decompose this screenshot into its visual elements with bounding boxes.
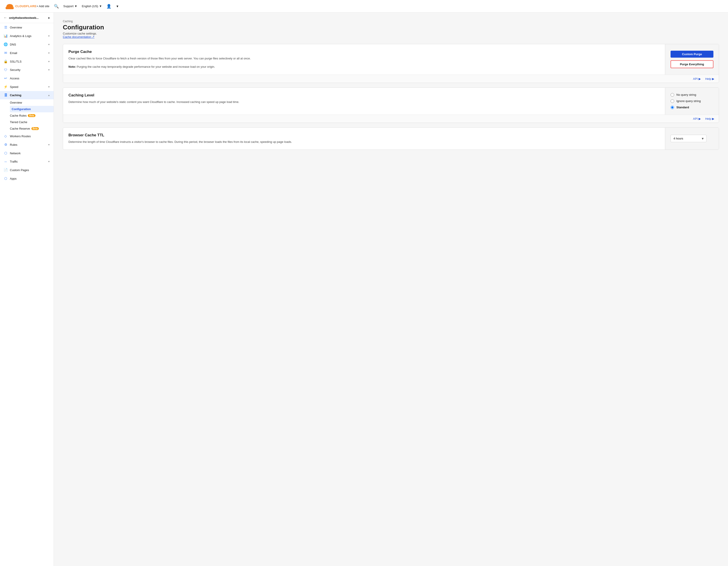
sidebar-item-access[interactable]: ↩ Access — [0, 74, 54, 83]
chevron-down-icon: ▼ — [48, 160, 50, 163]
chevron-down-icon: ▼ — [48, 144, 50, 146]
purge-cache-note: Note: Purging the cache may temporarily … — [68, 65, 660, 69]
cache-documentation-link[interactable]: Cache documentation ↗ — [63, 35, 94, 39]
svg-rect-4 — [6, 7, 14, 9]
caching-level-title: Caching Level — [68, 93, 660, 98]
sidebar-item-apps[interactable]: ⬡ Apps — [0, 174, 54, 183]
caching-level-radio-group: No query string Ignore query string Stan… — [671, 93, 701, 109]
purge-cache-title: Purge Cache — [68, 50, 660, 54]
apps-icon: ⬡ — [4, 177, 8, 181]
cf-cloud-icon — [5, 3, 14, 9]
browser-cache-ttl-select[interactable]: 30 minutes 1 hour 2 hours 4 hours 8 hour… — [671, 135, 706, 142]
sidebar-item-dns[interactable]: 🌐 DNS ▼ — [0, 40, 54, 49]
user-icon[interactable]: 👤 — [106, 4, 111, 9]
sidebar-item-label: Caching — [10, 94, 46, 97]
radio-ignore-query-string[interactable]: Ignore query string — [671, 99, 701, 103]
logo-text: CLOUDFLARE — [15, 4, 37, 8]
layout: ← onlythebesttestweb... ▶ ☰ Overview 📊 A… — [0, 13, 728, 566]
chevron-down-icon: ▼ — [48, 60, 50, 63]
caching-subitems: Overview Configuration Cache Rules Beta … — [0, 99, 54, 132]
sidebar-item-label: Overview — [10, 26, 50, 29]
radio-no-query-input[interactable] — [671, 93, 674, 97]
sidebar-item-traffic[interactable]: ↔ Traffic ▼ — [0, 158, 54, 166]
language-button[interactable]: English (US) ▼ — [82, 4, 102, 8]
analytics-icon: 📊 — [4, 34, 8, 38]
browser-cache-ttl-title: Browser Cache TTL — [68, 133, 660, 138]
radio-standard-label: Standard — [676, 106, 689, 109]
chevron-down-icon: ▼ — [48, 86, 50, 88]
page-title: Configuration — [63, 24, 719, 31]
sidebar-item-label: Speed — [10, 85, 46, 89]
radio-standard-input[interactable] — [671, 106, 674, 109]
sidebar-item-label: Traffic — [10, 160, 46, 163]
sidebar-item-security[interactable]: 🛡 Security ▼ — [0, 66, 54, 74]
purge-everything-button[interactable]: Purge Everything — [671, 60, 713, 68]
radio-standard[interactable]: Standard — [671, 106, 701, 109]
cloudflare-logo: CLOUDFLARE — [5, 3, 37, 9]
sidebar-item-speed[interactable]: ⚡ Speed ▼ — [0, 83, 54, 91]
sidebar-subitem-caching-overview[interactable]: Overview — [10, 99, 54, 106]
cache-reserve-badge: Beta — [31, 127, 39, 130]
sidebar-subitem-cache-rules[interactable]: Cache Rules Beta — [10, 112, 54, 119]
sidebar-subitem-caching-configuration[interactable]: Configuration — [10, 106, 54, 112]
purge-cache-card-body: Purge Cache Clear cached files to force … — [63, 44, 719, 75]
caching-icon: 🗄 — [4, 93, 8, 97]
purge-help-link[interactable]: Help ▶ — [705, 77, 714, 81]
caching-level-footer: API ▶ Help ▶ — [63, 115, 719, 123]
chevron-down-icon: ▼ — [48, 52, 50, 54]
browser-cache-ttl-content: Browser Cache TTL Determine the length o… — [63, 128, 665, 150]
search-icon[interactable]: 🔍 — [54, 4, 59, 9]
support-button[interactable]: Support ▼ — [63, 4, 77, 8]
sidebar-item-network[interactable]: ⬡ Network — [0, 149, 54, 158]
browser-cache-ttl-desc: Determine the length of time Cloudflare … — [68, 140, 660, 145]
sidebar-item-caching[interactable]: 🗄 Caching ▲ — [0, 91, 54, 99]
radio-no-query-label: No query string — [676, 93, 696, 96]
sidebar-item-label: Custom Pages — [10, 169, 50, 172]
sidebar-item-overview[interactable]: ☰ Overview — [0, 23, 54, 32]
sidebar-item-label: Workers Routes — [10, 135, 50, 138]
ssl-icon: 🔒 — [4, 59, 8, 63]
caching-level-api-link[interactable]: API ▶ — [693, 117, 701, 120]
caching-level-help-link[interactable]: Help ▶ — [705, 117, 714, 120]
purge-api-link[interactable]: API ▶ — [693, 77, 701, 81]
sidebar-item-label: SSL/TLS — [10, 60, 46, 63]
sidebar: ← onlythebesttestweb... ▶ ☰ Overview 📊 A… — [0, 13, 54, 566]
radio-no-query-string[interactable]: No query string — [671, 93, 701, 97]
purge-cache-card: Purge Cache Clear cached files to force … — [63, 44, 719, 83]
sidebar-item-workers[interactable]: ◇ Workers Routes — [0, 132, 54, 140]
topnav: CLOUDFLARE + Add site 🔍 Support ▼ Englis… — [0, 0, 728, 13]
purge-cache-desc: Clear cached files to force Cloudflare t… — [68, 56, 660, 61]
main-content: Caching Configuration Customize cache se… — [54, 13, 728, 566]
topnav-actions: + Add site 🔍 Support ▼ English (US) ▼ 👤 … — [37, 4, 119, 9]
site-expand-icon: ▶ — [48, 17, 50, 19]
sidebar-item-label: Network — [10, 152, 50, 155]
sidebar-item-analytics[interactable]: 📊 Analytics & Logs ▼ — [0, 32, 54, 40]
sidebar-item-ssltls[interactable]: 🔒 SSL/TLS ▼ — [0, 57, 54, 66]
speed-icon: ⚡ — [4, 85, 8, 89]
purge-cache-actions: Custom Purge Purge Everything — [665, 44, 719, 75]
sidebar-subitem-cache-reserve[interactable]: Cache Reserve Beta — [10, 125, 54, 132]
access-icon: ↩ — [4, 76, 8, 80]
sidebar-back[interactable]: ← onlythebesttestweb... ▶ — [0, 13, 54, 23]
sidebar-item-label: Security — [10, 68, 46, 72]
site-name: onlythebesttestweb... — [9, 16, 39, 20]
sidebar-item-label: Apps — [10, 177, 50, 180]
traffic-icon: ↔ — [4, 160, 8, 164]
sidebar-item-custompages[interactable]: 📄 Custom Pages — [0, 166, 54, 174]
chevron-down-icon: ▼ — [48, 43, 50, 46]
workers-icon: ◇ — [4, 134, 8, 138]
custom-purge-button[interactable]: Custom Purge — [671, 51, 713, 58]
sidebar-item-rules[interactable]: ⚙ Rules ▼ — [0, 140, 54, 149]
add-site-button[interactable]: + Add site — [37, 4, 49, 8]
chevron-down-icon: ▼ — [48, 35, 50, 37]
browser-cache-ttl-actions: 30 minutes 1 hour 2 hours 4 hours 8 hour… — [665, 128, 719, 150]
sidebar-subitem-tiered-cache[interactable]: Tiered Cache — [10, 119, 54, 125]
cache-rules-badge: Beta — [28, 114, 35, 117]
sidebar-item-email[interactable]: ✉ Email ▼ — [0, 49, 54, 57]
radio-ignore-query-input[interactable] — [671, 99, 674, 103]
caching-level-card-body: Caching Level Determine how much of your… — [63, 88, 719, 115]
sidebar-item-label: DNS — [10, 43, 46, 46]
radio-ignore-label: Ignore query string — [676, 99, 701, 103]
caching-level-desc: Determine how much of your website's sta… — [68, 100, 660, 105]
back-arrow-icon: ← — [4, 16, 7, 20]
